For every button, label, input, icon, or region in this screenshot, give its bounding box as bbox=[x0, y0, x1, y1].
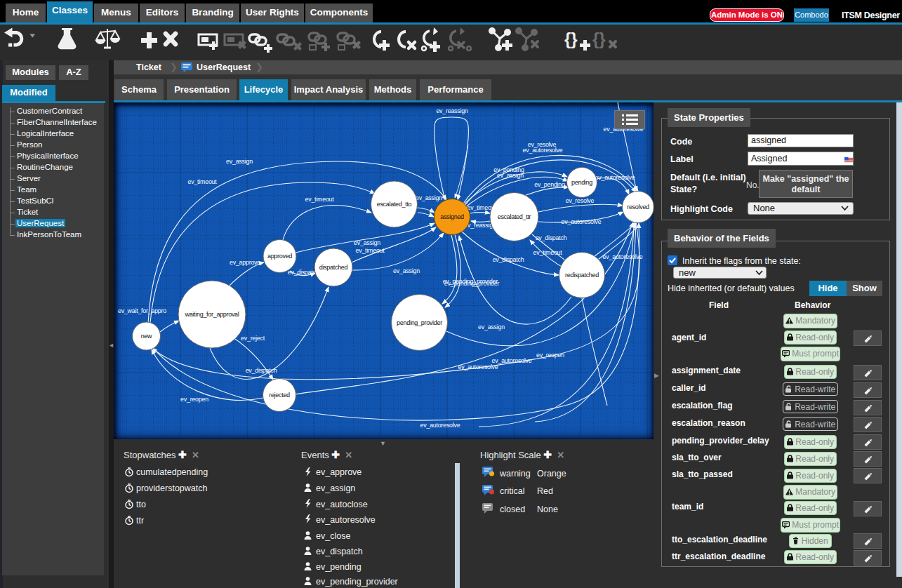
svg-text:ev_autoresolve: ev_autoresolve bbox=[523, 147, 563, 154]
svg-text:redispatched: redispatched bbox=[565, 272, 599, 279]
svg-text:ev_resolve: ev_resolve bbox=[566, 197, 595, 204]
svg-text:pending_provider: pending_provider bbox=[397, 319, 442, 326]
svg-text:approved: approved bbox=[267, 253, 292, 260]
svg-text:ev_dispatch: ev_dispatch bbox=[246, 367, 277, 374]
svg-text:ev_autoresolve: ev_autoresolve bbox=[562, 218, 602, 225]
svg-text:ev_assign: ev_assign bbox=[393, 267, 420, 274]
svg-text:new: new bbox=[141, 333, 152, 340]
svg-text:dispatched: dispatched bbox=[319, 264, 348, 271]
svg-text:ev_dispatch: ev_dispatch bbox=[493, 256, 524, 263]
svg-text:ev_pending_provider: ev_pending_provider bbox=[444, 280, 500, 287]
svg-text:ev_reassign: ev_reassign bbox=[436, 107, 468, 114]
svg-text:ev_dispatch: ev_dispatch bbox=[536, 234, 567, 241]
svg-text:resolved: resolved bbox=[627, 203, 649, 211]
svg-text:ev_reopen: ev_reopen bbox=[180, 396, 208, 403]
svg-text:ev_assign: ev_assign bbox=[354, 239, 380, 246]
svg-text:ev_reject: ev_reject bbox=[241, 335, 265, 342]
svg-text:ev_assign: ev_assign bbox=[416, 194, 442, 201]
svg-text:rejected: rejected bbox=[269, 392, 290, 399]
svg-text:ev_reopen: ev_reopen bbox=[536, 352, 564, 359]
svg-text:ev_timeout: ev_timeout bbox=[187, 178, 217, 185]
svg-text:{}: {} bbox=[592, 29, 606, 48]
svg-text:ev_assign: ev_assign bbox=[497, 172, 524, 179]
svg-text:ev_timeout: ev_timeout bbox=[533, 249, 562, 256]
svg-text:ev_assign: ev_assign bbox=[478, 323, 505, 330]
svg-text:waiting_for_approval: waiting_for_approval bbox=[184, 311, 239, 318]
svg-text:ev_pending: ev_pending bbox=[534, 181, 565, 188]
svg-text:ev_wait_for_appro: ev_wait_for_appro bbox=[118, 307, 166, 314]
svg-text:escalated_ttr: escalated_ttr bbox=[498, 213, 531, 220]
svg-text:{}: {} bbox=[564, 29, 578, 48]
svg-text:ev_approve: ev_approve bbox=[230, 259, 260, 266]
svg-text:assigned: assigned bbox=[440, 213, 464, 220]
svg-text:ev_autoresolve: ev_autoresolve bbox=[603, 253, 643, 260]
svg-text:ev_autoresolve: ev_autoresolve bbox=[458, 363, 498, 370]
svg-text:ev_timeout: ev_timeout bbox=[305, 196, 334, 203]
svg-text:escalated_tto: escalated_tto bbox=[377, 201, 412, 208]
svg-text:ev_autoresolve: ev_autoresolve bbox=[420, 422, 460, 429]
svg-text:ev_timeout: ev_timeout bbox=[355, 247, 385, 254]
svg-text:ev_autoresolve: ev_autoresolve bbox=[595, 174, 635, 181]
svg-text:pending: pending bbox=[571, 179, 592, 186]
svg-text:ev_assign: ev_assign bbox=[226, 158, 253, 165]
